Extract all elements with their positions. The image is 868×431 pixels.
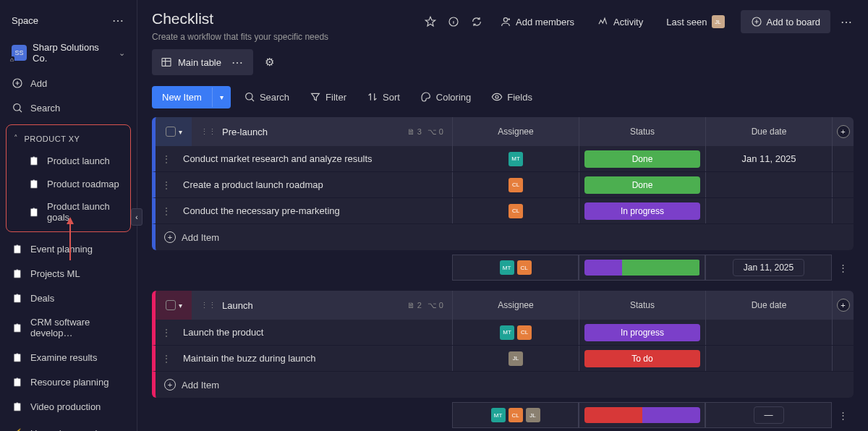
due-date-cell[interactable] (705, 320, 832, 345)
summary-menu-icon[interactable]: ⋮ (832, 263, 854, 273)
row-menu-icon[interactable]: ⋮ (156, 353, 177, 364)
assignee-avatar[interactable]: CL (509, 178, 523, 192)
clipboard-icon (28, 155, 40, 166)
due-date-cell[interactable] (705, 172, 832, 197)
folder-header[interactable]: ˄ PRODUCT XY (7, 128, 130, 149)
table-row[interactable]: ⋮Maintain the buzz during launchJLTo do (152, 346, 854, 372)
activity-button[interactable]: Activity (590, 12, 650, 32)
table-row[interactable]: ⋮Conduct the necessary pre-marketingCLIn… (152, 198, 854, 224)
info-icon[interactable] (446, 14, 461, 29)
drag-icon[interactable]: ⋮⋮ (200, 127, 216, 137)
column-header[interactable]: Due date (705, 117, 832, 146)
assignee-avatar[interactable]: MT (500, 325, 514, 340)
annotation-arrow (67, 217, 74, 224)
search-toolbar-button[interactable]: Search (237, 85, 297, 108)
add-members-button[interactable]: Add members (493, 12, 582, 32)
table-row[interactable]: ⋮Launch the productMTCLIn progress (152, 320, 854, 346)
status-cell[interactable]: In progress (579, 320, 705, 345)
refresh-icon[interactable] (469, 14, 484, 29)
assignee-avatar[interactable]: MT (509, 152, 523, 166)
view-tab-main-table[interactable]: Main table (152, 49, 253, 75)
highlighted-folder: ˄ PRODUCT XY Product launchProduct roadm… (6, 124, 131, 232)
new-item-dropdown[interactable]: ▾ (212, 88, 231, 107)
group-expand-icon[interactable]: ▾ (179, 128, 182, 136)
sidebar-menu-icon[interactable] (111, 13, 125, 27)
assignee-cell[interactable]: MT (452, 146, 579, 171)
filter-button[interactable]: Filter (302, 85, 354, 108)
sort-button[interactable]: Sort (359, 85, 407, 108)
group-expand-icon[interactable]: ▾ (179, 302, 182, 310)
sidebar-item[interactable]: Projects ML (0, 261, 137, 286)
column-header[interactable]: Due date (705, 291, 832, 320)
row-menu-icon[interactable]: ⋮ (156, 327, 177, 338)
row-name[interactable]: Conduct the necessary pre-marketing (177, 205, 452, 216)
column-header[interactable]: Assignee (452, 291, 579, 320)
sidebar-item[interactable]: Deals (0, 286, 137, 310)
sidebar-item[interactable]: Event planning (0, 236, 137, 261)
group-checkbox[interactable] (166, 300, 176, 310)
sidebar-item[interactable]: Resource planning (0, 370, 137, 394)
summary-menu-icon[interactable]: ⋮ (832, 410, 854, 421)
page-title: Checklist (152, 10, 414, 27)
status-cell[interactable]: To do (579, 346, 705, 371)
add-column-button[interactable]: + (832, 117, 854, 146)
upgrade-button[interactable]: ⚡ Upgrade your plan (0, 419, 137, 431)
table-icon (161, 56, 172, 68)
assignee-avatar[interactable]: CL (517, 325, 532, 340)
row-name[interactable]: Maintain the buzz during launch (177, 353, 452, 364)
table-row[interactable]: ⋮Create a product launch roadmapCLDone (152, 172, 854, 198)
sidebar-item[interactable]: Video production (0, 394, 137, 419)
add-column-button[interactable]: + (832, 291, 854, 320)
row-menu-icon[interactable]: ⋮ (156, 153, 177, 165)
group-header: ▾⋮⋮Launch🗎 2⌥ 0AssigneeStatusDue date+ (152, 291, 854, 320)
due-date-cell[interactable] (705, 346, 832, 371)
chevron-up-icon: ˄ (14, 134, 19, 143)
summary-due: — (705, 402, 832, 428)
column-header[interactable]: Status (579, 117, 705, 146)
view-menu-icon[interactable] (230, 55, 244, 69)
sidebar-item[interactable]: Examine results (0, 345, 137, 370)
column-header[interactable]: Status (579, 291, 705, 320)
new-item-button[interactable]: New Item ▾ (152, 86, 231, 108)
assignee-cell[interactable]: MTCL (452, 320, 579, 345)
add-item-button[interactable]: +Add Item (152, 372, 854, 398)
row-menu-icon[interactable]: ⋮ (156, 179, 177, 191)
due-date-cell[interactable]: Jan 11, 2025 (705, 146, 832, 171)
assignee-avatar[interactable]: CL (509, 204, 523, 218)
company-selector[interactable]: SS Sharp Solutions Co. ⌄ (0, 35, 137, 71)
add-button[interactable]: Add (0, 71, 137, 95)
group-name[interactable]: Launch (222, 300, 253, 311)
assignee-cell[interactable]: JL (452, 346, 579, 371)
due-date-cell[interactable] (705, 198, 832, 223)
folder-item[interactable]: Product roadmap (7, 172, 130, 195)
clipboard-icon (12, 292, 23, 304)
status-cell[interactable]: Done (579, 146, 705, 171)
fields-button[interactable]: Fields (484, 85, 540, 108)
column-header[interactable]: Assignee (452, 117, 579, 146)
drag-icon[interactable]: ⋮⋮ (200, 301, 216, 310)
status-cell[interactable]: Done (579, 172, 705, 197)
header-menu-icon[interactable] (839, 14, 854, 29)
add-item-button[interactable]: +Add Item (152, 224, 854, 250)
star-icon[interactable] (423, 14, 438, 29)
sidebar-item[interactable]: CRM software develop… (0, 310, 137, 345)
add-to-board-button[interactable]: Add to board (741, 10, 830, 33)
sidebar-title: Space (12, 15, 38, 26)
search-button[interactable]: Search (0, 95, 137, 120)
assignee-cell[interactable]: CL (452, 172, 579, 197)
group-name[interactable]: Pre-launch (222, 127, 268, 137)
coloring-button[interactable]: Coloring (413, 85, 478, 108)
collapse-sidebar-button[interactable]: ‹ (131, 208, 142, 226)
group-checkbox[interactable] (166, 127, 176, 137)
assignee-avatar[interactable]: JL (509, 351, 523, 366)
settings-icon[interactable]: ⚙ (265, 56, 274, 69)
row-name[interactable]: Create a product launch roadmap (177, 179, 452, 190)
row-menu-icon[interactable]: ⋮ (156, 205, 177, 217)
last-seen[interactable]: Last seenJL (659, 11, 731, 33)
assignee-cell[interactable]: CL (452, 198, 579, 223)
folder-item[interactable]: Product launch (7, 149, 130, 172)
row-name[interactable]: Launch the product (177, 327, 452, 338)
status-cell[interactable]: In progress (579, 198, 705, 223)
table-row[interactable]: ⋮Conduct market research and analyze res… (152, 146, 854, 172)
row-name[interactable]: Conduct market research and analyze resu… (177, 153, 452, 164)
